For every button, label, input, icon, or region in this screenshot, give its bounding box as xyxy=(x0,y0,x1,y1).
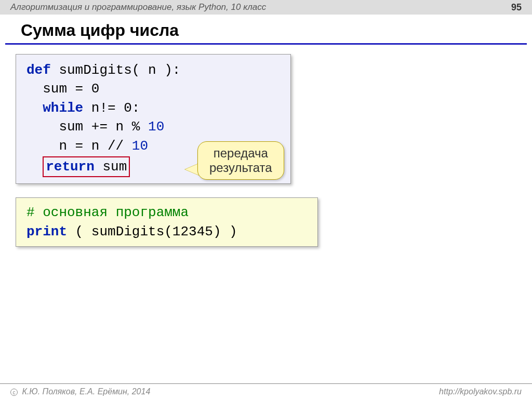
page-number: 95 xyxy=(511,2,522,13)
slide-title: Сумма цифр числа xyxy=(5,15,527,45)
header-subject: Алгоритмизация и программирование, язык … xyxy=(10,2,266,12)
content-area: def sumDigits( n ): sum = 0 while n!= 0:… xyxy=(0,45,532,256)
code-comment: # основная программа xyxy=(26,205,189,220)
code-num: 10 xyxy=(132,138,148,154)
kw-while: while xyxy=(43,100,83,116)
footer-copyright-text: К.Ю. Поляков, Е.А. Ерёмин, 2014 xyxy=(22,387,150,396)
code-text: n = n // xyxy=(59,138,131,154)
code-text: sum += n % xyxy=(59,119,148,135)
copyright-icon: c xyxy=(10,389,18,396)
kw-return: return xyxy=(46,159,95,175)
footer-url: http://kpolyakov.spb.ru xyxy=(439,387,522,396)
callout-line: передача xyxy=(209,146,272,161)
code-text: sumDigits( n ): xyxy=(51,62,181,78)
header-bar: Алгоритмизация и программирование, язык … xyxy=(0,0,532,15)
footer-bar: c К.Ю. Поляков, Е.А. Ерёмин, 2014 http:/… xyxy=(0,383,532,399)
kw-def: def xyxy=(26,62,51,78)
code-text: n!= 0: xyxy=(83,100,140,116)
code-block-main: # основная программа print ( sumDigits(1… xyxy=(16,197,318,247)
callout-bubble: передача результата xyxy=(197,141,284,180)
code-num: 12345 xyxy=(172,224,213,240)
code-text: ( sumDigits( xyxy=(67,224,172,240)
return-highlight: return sum xyxy=(43,156,130,177)
code-text: sum xyxy=(95,159,127,175)
kw-print: print xyxy=(26,224,67,240)
code-num: 10 xyxy=(148,119,164,135)
footer-copyright: c К.Ю. Поляков, Е.А. Ерёмин, 2014 xyxy=(10,387,150,396)
callout-line: результата xyxy=(209,161,272,175)
code-text: sum = 0 xyxy=(43,81,99,97)
code-text: ) ) xyxy=(213,224,237,240)
